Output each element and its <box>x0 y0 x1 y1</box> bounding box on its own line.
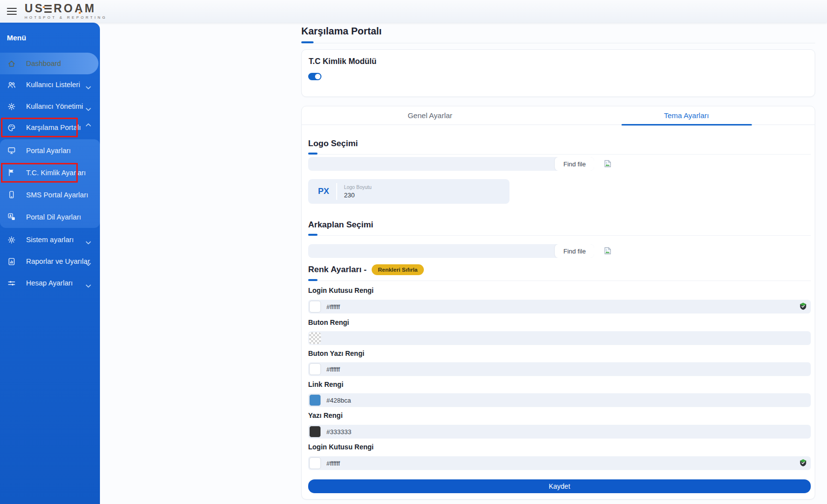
colors-section-header: Renk Ayarları - Renkleri Sıfırla <box>308 264 811 281</box>
color-label-yazi-rengi: Yazı Rengi <box>308 411 343 419</box>
broken-image-icon <box>604 159 612 168</box>
sidebar-item-label: Portal Ayarları <box>26 147 71 155</box>
settings-tabs: Genel Ayarlar Tema Ayarları <box>302 106 815 125</box>
chevron-down-icon <box>86 83 91 87</box>
color-input-buton-yazi[interactable]: #ffffff <box>308 362 811 376</box>
logo-file-input: Find file <box>308 157 594 171</box>
sidebar-item-portal-ayarlari[interactable]: Portal Ayarları <box>0 139 100 161</box>
color-input-buton-rengi[interactable] <box>308 331 811 345</box>
color-swatch[interactable] <box>309 457 321 469</box>
colors-section-title-text: Renk Ayarları - <box>308 265 367 275</box>
shield-extension-icon <box>799 459 807 467</box>
report-icon <box>7 257 16 266</box>
flag-icon <box>7 168 16 177</box>
tab-tema-ayarlari[interactable]: Tema Ayarları <box>558 106 815 125</box>
reset-colors-button[interactable]: Renkleri Sıfırla <box>372 264 424 275</box>
sidebar-item-dashboard[interactable]: Dashboard <box>0 53 98 74</box>
sidebar-item-label: SMS Portal Ayarları <box>26 191 88 199</box>
logo-size-value[interactable]: 230 <box>344 191 372 199</box>
sidebar-item-label: Kullanıcı Yönetimi <box>26 102 83 110</box>
toggle-knob <box>315 74 320 79</box>
sidebar-item-label: Dashboard <box>26 60 61 67</box>
sidebar-item-label: T.C. Kimlik Ayarları <box>26 169 86 177</box>
color-input-login-kutusu[interactable]: #ffffff <box>308 300 811 314</box>
color-swatch[interactable] <box>309 394 321 406</box>
home-icon <box>7 60 16 68</box>
chevron-down-icon <box>86 238 91 242</box>
color-hex-value[interactable]: #333333 <box>326 428 351 436</box>
color-label-buton-rengi: Buton Rengi <box>308 318 349 326</box>
logo-file-path-field[interactable] <box>308 157 555 171</box>
sidebar-item-label: Kullanıcı Listeleri <box>26 81 80 89</box>
sidebar-item-label: Hesap Ayarları <box>26 279 73 287</box>
sidebar-item-karsilama-portali[interactable]: Karşılama Portalı <box>0 117 100 138</box>
sidebar-item-kullanici-yonetimi[interactable]: Kullanıcı Yönetimi <box>0 95 100 117</box>
hamburger-menu-icon[interactable] <box>7 8 17 15</box>
background-file-path-field[interactable] <box>308 244 555 258</box>
color-input-yazi-rengi[interactable]: #333333 <box>308 425 811 439</box>
color-input-login-kutusu-2[interactable]: #ffffff <box>308 456 811 470</box>
sidebar-item-label: Karşılama Portalı <box>26 124 81 131</box>
color-hex-value[interactable]: #ffffff <box>326 460 340 467</box>
save-button[interactable]: Kaydet <box>308 479 811 493</box>
color-swatch[interactable] <box>309 426 321 438</box>
sidebar-item-tc-kimlik-ayarlari[interactable]: T.C. Kimlik Ayarları <box>0 161 100 184</box>
logo-find-file-button[interactable]: Find file <box>555 157 594 171</box>
logo-e-bars-icon <box>44 5 52 13</box>
logo-size-box: PX Logo Boyutu 230 <box>308 179 509 204</box>
tc-kimlik-toggle[interactable] <box>308 73 321 80</box>
background-file-input: Find file <box>308 244 594 258</box>
page-title: Karşılama Portalı <box>301 26 815 37</box>
phone-icon <box>7 190 16 199</box>
divider <box>336 183 337 200</box>
chevron-up-icon <box>86 126 91 129</box>
gear-icon <box>7 236 16 244</box>
page-title-rule <box>301 41 815 43</box>
broken-image-icon <box>604 247 612 255</box>
users-icon <box>7 81 16 89</box>
gear-icon <box>7 102 16 111</box>
shield-extension-icon <box>799 302 807 311</box>
sidebar-item-sistem-ayarlari[interactable]: Sistem ayarları <box>0 229 100 251</box>
sidebar-item-sms-portal-ayarlari[interactable]: SMS Portal Ayarları <box>0 184 100 206</box>
color-label-link-rengi: Link Rengi <box>308 380 344 388</box>
color-swatch[interactable] <box>309 363 321 375</box>
palette-icon <box>7 124 16 132</box>
page-header: Karşılama Portalı <box>301 26 815 43</box>
color-input-link-rengi[interactable]: #428bca <box>308 393 811 407</box>
tab-genel-ayarlar[interactable]: Genel Ayarlar <box>302 106 558 125</box>
sidebar-item-hesap-ayarlari[interactable]: Hesap Ayarları <box>0 272 100 294</box>
colors-section-title: Renk Ayarları - Renkleri Sıfırla <box>308 264 811 275</box>
background-find-file-button[interactable]: Find file <box>555 244 594 258</box>
sidebar-item-raporlar-ve-uyarilar[interactable]: Raporlar ve Uyarılar <box>0 251 100 272</box>
brand-name: USROAM <box>25 3 107 14</box>
sidebar: Menü Dashboard Kullanıcı Listeleri Kulla… <box>0 23 100 504</box>
module-title: T.C Kimlik Modülü <box>309 57 377 66</box>
settings-card: Genel Ayarlar Tema Ayarları Logo Seçimi … <box>301 106 815 500</box>
logo-size-label: Logo Boyutu <box>344 185 372 190</box>
color-hex-value[interactable]: #428bca <box>326 397 351 404</box>
background-section-header: Arkaplan Seçimi <box>308 220 811 236</box>
color-hex-value[interactable]: #ffffff <box>326 366 340 373</box>
logo-section-title: Logo Seçimi <box>308 139 811 149</box>
color-hex-value[interactable]: #ffffff <box>326 303 340 311</box>
section-rule <box>308 234 811 236</box>
logo-section-header: Logo Seçimi <box>308 139 811 155</box>
color-label-buton-yazi: Buton Yazı Rengi <box>308 349 364 357</box>
brand-logo: USROAM HOTSPOT & REPORTING <box>25 3 107 20</box>
sidebar-item-label: Portal Dil Ayarları <box>26 213 81 221</box>
sidebar-item-label: Raporlar ve Uyarılar <box>26 257 90 265</box>
monitor-icon <box>7 146 16 155</box>
color-label-login-kutusu-2: Login Kutusu Rengi <box>308 443 374 451</box>
sidebar-item-label: Sistem ayarları <box>26 236 74 244</box>
color-swatch[interactable] <box>309 301 321 313</box>
color-swatch-transparent[interactable] <box>309 332 321 344</box>
chevron-down-icon <box>86 260 91 263</box>
sidebar-item-portal-dil-ayarlari[interactable]: Portal Dil Ayarları <box>0 206 100 228</box>
px-unit-label: PX <box>318 187 329 196</box>
sidebar-menu-header: Menü <box>7 33 26 42</box>
chevron-down-icon <box>86 105 91 108</box>
app-root: USROAM HOTSPOT & REPORTING Menü Dashboar… <box>0 0 827 504</box>
sidebar-item-kullanici-listeleri[interactable]: Kullanıcı Listeleri <box>0 74 100 95</box>
sidebar-submenu: Portal Ayarları T.C. Kimlik Ayarları SMS… <box>0 139 100 228</box>
